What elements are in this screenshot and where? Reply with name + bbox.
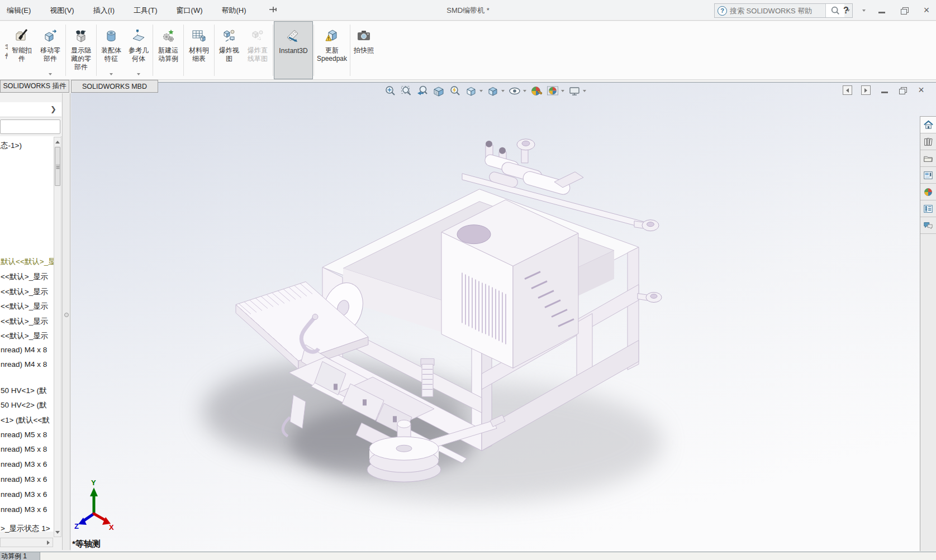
reference-geometry-dropdown-icon[interactable] xyxy=(137,73,140,75)
section-view-icon[interactable] xyxy=(433,85,445,97)
menu-tools[interactable]: 工具(T) xyxy=(131,4,160,17)
view-settings-dropdown-icon[interactable] xyxy=(583,90,586,92)
ribbon-button-new-motion-study[interactable]: 新建运 动算例 xyxy=(154,21,183,79)
tab-solidworks-mbd[interactable]: SOLIDWORKS MBD xyxy=(71,80,158,93)
document-window-controls: × xyxy=(843,85,926,95)
zoom-to-area-icon[interactable] xyxy=(400,85,412,97)
view-orientation-dropdown-icon[interactable] xyxy=(479,90,483,92)
doc-restore-button[interactable] xyxy=(898,85,908,95)
close-button[interactable]: × xyxy=(920,4,933,17)
assembly-features-dropdown-icon[interactable] xyxy=(110,73,113,75)
menu-edit[interactable]: 编辑(E) xyxy=(4,4,33,17)
feature-manager-panel: ❯ xyxy=(0,93,62,550)
tree-vertical-scrollbar[interactable] xyxy=(54,137,61,537)
pin-menu-icon[interactable] xyxy=(269,6,278,16)
ribbon-button-clipped[interactable]: 零 件 xyxy=(0,21,8,79)
ribbon-button-update-speedpak[interactable]: 更新 Speedpak xyxy=(315,21,349,79)
move-component-icon xyxy=(43,28,58,43)
task-pane xyxy=(920,116,936,551)
taskpane-custom-properties-button[interactable] xyxy=(920,200,936,217)
ribbon-separator xyxy=(313,25,314,76)
svg-text:Y: Y xyxy=(91,478,96,487)
explode-line-sketch-icon xyxy=(250,28,265,43)
tree-filter-box[interactable] xyxy=(0,119,60,134)
home-icon xyxy=(923,119,934,130)
ribbon-separator xyxy=(96,25,97,76)
feature-tree-area[interactable] xyxy=(0,136,61,532)
scroll-down-icon[interactable] xyxy=(54,528,61,536)
ribbon-separator xyxy=(273,25,273,76)
ribbon-separator xyxy=(153,25,153,76)
zoom-to-fit-icon[interactable] xyxy=(384,85,396,97)
taskpane-file-explorer-button[interactable] xyxy=(920,150,936,167)
edit-appearance-icon[interactable] xyxy=(530,85,543,97)
view-orientation-icon[interactable] xyxy=(465,85,477,97)
menu-view[interactable]: 视图(V) xyxy=(47,4,76,17)
window-title: SMD编带机 * xyxy=(391,0,545,21)
smart-fastener-icon xyxy=(15,28,29,43)
bottom-tab-bar: 动算例 1 xyxy=(0,552,936,560)
tab-solidworks-addins[interactable]: SOLIDWORKS 插件 xyxy=(0,80,69,93)
titlebar: 编辑(E) 视图(V) 插入(I) 工具(T) 窗口(W) 帮助(H) SMD编… xyxy=(0,0,936,21)
ribbon-button-instant3d[interactable]: Instant3D xyxy=(274,21,313,79)
move-component-dropdown-icon[interactable] xyxy=(49,73,52,75)
taskpane-appearances-button[interactable] xyxy=(920,184,936,200)
minimize-button[interactable] xyxy=(876,4,888,17)
menu-help[interactable]: 帮助(H) xyxy=(220,4,249,17)
ribbon-button-take-snapshot[interactable]: 拍快照 xyxy=(351,21,377,79)
menu-window[interactable]: 窗口(W) xyxy=(174,4,205,17)
ribbon-button-exploded-view[interactable]: 爆炸视 图 xyxy=(215,21,243,79)
view-orientation-label: *等轴测 xyxy=(72,539,101,549)
pane-right-icon[interactable] xyxy=(861,85,871,95)
display-style-dropdown-icon[interactable] xyxy=(501,90,505,92)
taskpane-design-library-button[interactable] xyxy=(920,133,936,150)
ribbon-button-smart-fasteners[interactable]: 智能扣 件 xyxy=(8,21,36,79)
display-style-icon[interactable] xyxy=(487,85,499,97)
view-palette-icon xyxy=(923,170,933,180)
search-input[interactable] xyxy=(730,7,825,15)
scroll-right-icon[interactable] xyxy=(44,539,52,546)
pane-left-icon[interactable] xyxy=(843,85,852,95)
new-motion-study-icon xyxy=(161,28,175,43)
instant3d-icon xyxy=(286,29,301,44)
feature-manager-header: ❯ xyxy=(0,102,61,117)
view-settings-icon[interactable] xyxy=(568,85,581,97)
scrollbar-thumb[interactable] xyxy=(55,147,60,186)
doc-close-button[interactable]: × xyxy=(916,85,926,95)
ribbon-button-assembly-features[interactable]: 装配体 特征 xyxy=(97,21,125,79)
ribbon-button-move-component[interactable]: 移动零 部件 xyxy=(36,21,65,79)
apply-scene-dropdown-icon[interactable] xyxy=(561,90,564,92)
ribbon-button-reference-geometry[interactable]: 参考几 何体 xyxy=(125,21,152,79)
svg-text:X: X xyxy=(109,523,114,532)
tree-horizontal-scrollbar[interactable] xyxy=(0,538,53,547)
folder-icon xyxy=(923,154,933,164)
scroll-up-icon[interactable] xyxy=(54,138,61,146)
flyout-expand-icon[interactable]: ❯ xyxy=(50,105,58,113)
menu-insert[interactable]: 插入(I) xyxy=(91,4,117,17)
motion-study-tab[interactable]: 动算例 1 xyxy=(0,552,40,560)
taskpane-home-button[interactable] xyxy=(920,117,936,133)
ribbon-button-show-hidden[interactable]: 显示隐 藏的零 部件 xyxy=(66,21,96,79)
splitter-handle-icon[interactable] xyxy=(64,313,69,317)
help-button[interactable]: ? xyxy=(840,4,852,17)
help-search-box: ? xyxy=(714,3,853,18)
model-scene: Y Z X xyxy=(71,83,936,551)
previous-view-icon[interactable] xyxy=(416,85,429,97)
hide-show-items-icon[interactable] xyxy=(509,85,521,97)
restore-button[interactable] xyxy=(898,4,910,17)
panel-splitter[interactable] xyxy=(62,93,70,550)
exploded-view-icon xyxy=(222,28,236,43)
help-dropdown-icon[interactable] xyxy=(862,9,866,12)
ribbon-separator xyxy=(214,25,215,76)
annotation-view-icon[interactable] xyxy=(449,85,461,97)
doc-minimize-button[interactable] xyxy=(880,85,889,95)
ribbon-button-bill-of-materials[interactable]: 材料明 细表 xyxy=(184,21,213,79)
hide-show-items-dropdown-icon[interactable] xyxy=(523,90,526,92)
appearances-icon xyxy=(923,187,933,197)
taskpane-view-palette-button[interactable] xyxy=(920,167,936,184)
bill-of-materials-icon xyxy=(192,28,206,43)
graphics-viewport[interactable]: Y Z X xyxy=(71,82,936,551)
take-snapshot-icon xyxy=(357,28,371,43)
taskpane-forum-button[interactable] xyxy=(920,217,936,234)
apply-scene-icon[interactable] xyxy=(547,85,559,97)
